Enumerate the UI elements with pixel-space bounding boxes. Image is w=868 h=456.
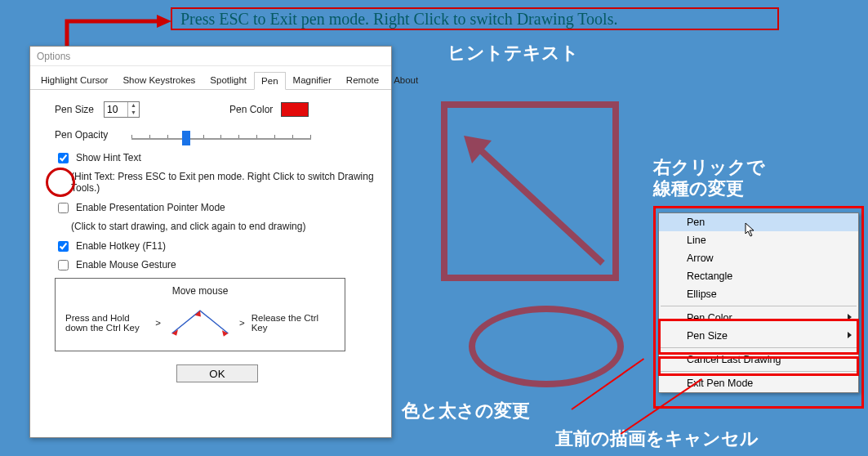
demo-arrow bbox=[456, 127, 611, 271]
demo-ellipse bbox=[469, 306, 624, 387]
submenu-arrow-icon bbox=[848, 314, 852, 320]
tab-magnifier[interactable]: Magnifier bbox=[286, 71, 339, 89]
gesture-step-2: Release the Ctrl Key bbox=[251, 313, 335, 333]
pen-opacity-slider[interactable] bbox=[131, 132, 311, 139]
gesture-step-1: Press and Hold down the Ctrl Key bbox=[65, 313, 149, 333]
gesture-label: Enable Mouse Gesture bbox=[76, 259, 176, 270]
slider-thumb[interactable] bbox=[182, 131, 190, 145]
menu-separator-3 bbox=[661, 371, 857, 372]
show-hint-label: Show Hint Text bbox=[76, 152, 141, 163]
presentation-label: Enable Presentation Pointer Mode bbox=[76, 202, 225, 213]
tab-about[interactable]: About bbox=[386, 71, 425, 89]
tab-remote[interactable]: Remote bbox=[339, 71, 386, 89]
annotation-right-click: 右クリックで 線種の変更 bbox=[653, 157, 765, 200]
hotkey-label: Enable Hotkey (F11) bbox=[76, 240, 166, 252]
menu-arrow[interactable]: Arrow bbox=[659, 249, 858, 267]
options-dialog: Options Highlight Cursor Show Keystrokes… bbox=[29, 46, 392, 438]
presentation-checkbox[interactable] bbox=[58, 203, 69, 213]
pen-size-input[interactable] bbox=[105, 102, 127, 117]
hotkey-checkbox[interactable] bbox=[58, 241, 69, 252]
context-menu: Pen Line Arrow Rectangle Ellipse Pen Col… bbox=[658, 212, 859, 393]
pen-size-up[interactable]: ▲ bbox=[128, 102, 139, 110]
dialog-title: Options bbox=[30, 47, 391, 66]
gesture-diagram: Move mouse Press and Hold down the Ctrl … bbox=[55, 278, 345, 351]
menu-separator-2 bbox=[661, 347, 857, 348]
gt-sep-2: > bbox=[239, 318, 245, 328]
pen-size-label: Pen Size bbox=[55, 104, 104, 115]
menu-rectangle[interactable]: Rectangle bbox=[659, 267, 858, 285]
cursor-icon bbox=[745, 222, 756, 237]
pen-color-label: Pen Color bbox=[229, 104, 273, 115]
show-hint-sub: (Hint Text: Press ESC to Exit pen mode. … bbox=[71, 171, 380, 194]
tab-pen[interactable]: Pen bbox=[254, 72, 285, 90]
gesture-triangle-icon bbox=[167, 305, 233, 341]
gt-sep-1: > bbox=[155, 318, 161, 328]
presentation-sub: (Click to start drawing, and click again… bbox=[71, 221, 380, 232]
pen-size-spinner[interactable]: ▲ ▼ bbox=[104, 101, 140, 118]
annotation-color-size: 色と太さの変更 bbox=[402, 400, 530, 422]
menu-ellipse[interactable]: Ellipse bbox=[659, 285, 858, 303]
menu-separator-1 bbox=[661, 306, 857, 306]
annotation-cancel: 直前の描画をキャンセル bbox=[555, 428, 759, 449]
tab-show-keystrokes[interactable]: Show Keystrokes bbox=[115, 71, 203, 89]
tab-spotlight[interactable]: Spotlight bbox=[203, 71, 254, 89]
pen-panel: Pen Size ▲ ▼ Pen Color Pen Opacity bbox=[30, 90, 391, 389]
gesture-title: Move mouse bbox=[65, 285, 335, 297]
pen-opacity-label: Pen Opacity bbox=[55, 129, 112, 141]
pen-color-swatch[interactable] bbox=[281, 102, 309, 117]
tab-bar: Highlight Cursor Show Keystrokes Spotlig… bbox=[30, 66, 391, 90]
menu-cancel-last[interactable]: Cancel Last Drawing bbox=[659, 351, 858, 369]
tab-highlight-cursor[interactable]: Highlight Cursor bbox=[33, 71, 115, 89]
menu-exit[interactable]: Exit Pen Mode bbox=[659, 374, 858, 392]
menu-pen-color[interactable]: Pen Color bbox=[659, 309, 858, 327]
show-hint-checkbox[interactable] bbox=[58, 153, 69, 163]
hint-text-banner: Press ESC to Exit pen mode. Right Click … bbox=[171, 7, 779, 30]
menu-pen[interactable]: Pen bbox=[659, 213, 858, 231]
gesture-checkbox[interactable] bbox=[58, 260, 69, 270]
menu-line[interactable]: Line bbox=[659, 231, 858, 249]
menu-pen-size[interactable]: Pen Size bbox=[659, 327, 858, 345]
annotation-hint-text: ヒントテキスト bbox=[447, 42, 579, 64]
ok-button[interactable]: OK bbox=[176, 364, 258, 382]
pen-size-down[interactable]: ▼ bbox=[128, 110, 139, 117]
svg-line-0 bbox=[472, 142, 603, 263]
submenu-arrow-icon bbox=[848, 332, 852, 338]
